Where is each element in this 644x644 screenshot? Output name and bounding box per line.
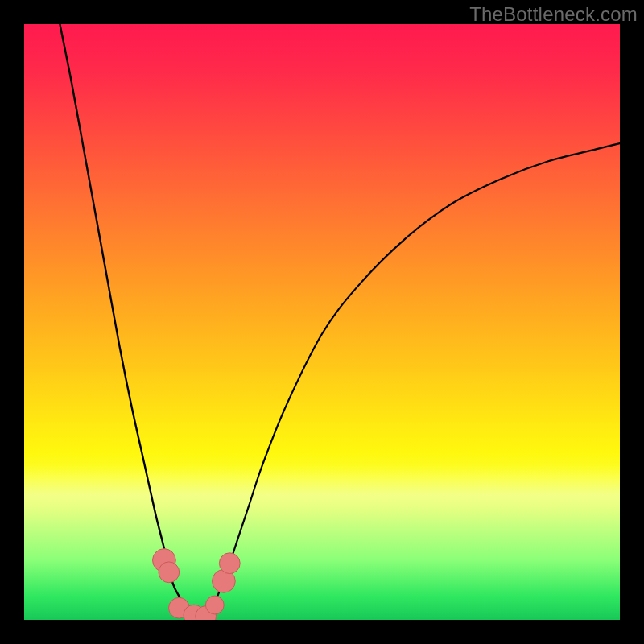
marker-dot [159, 562, 180, 583]
marker-dot [219, 553, 240, 574]
watermark-text: TheBottleneck.com [469, 3, 638, 26]
left-curve-path [60, 24, 203, 620]
curve-svg [24, 24, 620, 620]
marker-group [153, 549, 241, 620]
chart-plot-area [24, 24, 620, 620]
right-curve-path [203, 143, 620, 620]
curve-group [60, 24, 620, 620]
marker-dot [205, 596, 224, 614]
